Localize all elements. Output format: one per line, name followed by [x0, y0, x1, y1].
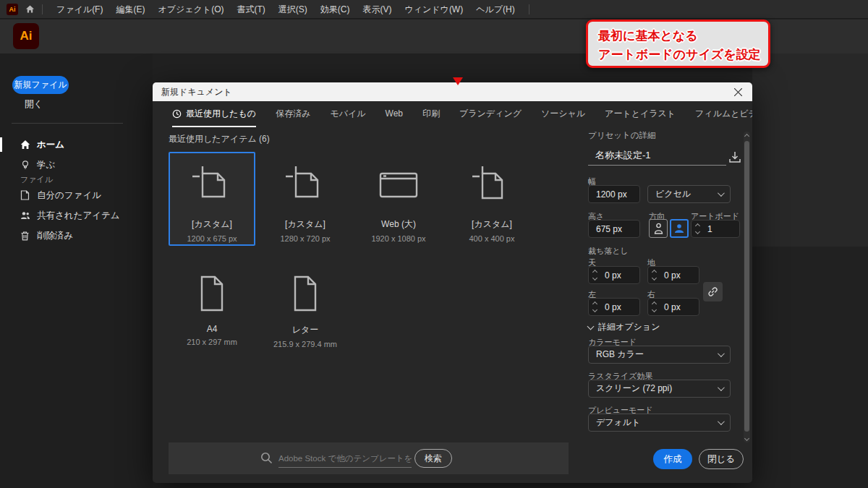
stepper-arrows[interactable]	[589, 267, 600, 283]
bleed-bottom-stepper[interactable]: 0 px	[647, 266, 699, 284]
home-icon[interactable]	[25, 4, 35, 14]
new-document-dialog: 新規ドキュメント 最近使用したもの 保存済み モバイル Web 印刷 ブランディ…	[153, 82, 752, 483]
stepper-arrows[interactable]	[692, 221, 703, 237]
panel-scrollbar[interactable]	[744, 132, 750, 442]
browser-window-icon	[377, 162, 420, 207]
color-mode-dropdown[interactable]: RGB カラー	[588, 346, 731, 364]
menu-view[interactable]: 表示(V)	[356, 0, 398, 19]
recent-card-custom-1280[interactable]: [カスタム] 1280 x 720 px	[262, 152, 349, 246]
sidebar-divider	[12, 123, 123, 124]
sidebar-item-home[interactable]: ホーム	[0, 136, 153, 153]
search-button[interactable]: 検索	[414, 449, 452, 468]
stepper-arrows[interactable]	[648, 299, 660, 315]
card-size: 215.9 x 279.4 mm	[273, 340, 337, 348]
menu-window[interactable]: ウィンドウ(W)	[398, 0, 469, 19]
artboard-count-stepper[interactable]: 1	[691, 220, 740, 238]
card-size: 868 x 488 px	[187, 234, 237, 243]
open-button[interactable]: 開く	[25, 98, 43, 111]
sidebar-item-deleted[interactable]: 削除済み	[0, 227, 153, 244]
preview-mode-dropdown[interactable]: デフォルト	[588, 414, 731, 432]
recent-card-web-large[interactable]: Web (大) 1920 x 1080 px	[355, 152, 442, 246]
sidebar-item-my-files[interactable]: 自分のファイル	[0, 187, 153, 204]
save-preset-icon[interactable]	[728, 150, 741, 163]
bleed-bottom-value: 0 px	[664, 270, 681, 281]
active-indicator	[0, 137, 2, 152]
bleed-top-stepper[interactable]: 0 px	[588, 266, 640, 284]
bleed-left-stepper[interactable]: 0 px	[588, 298, 640, 316]
sidebar-item-shared[interactable]: 共有されたアイテム	[0, 207, 153, 224]
raster-effects-value: スクリーン (72 ppi)	[596, 382, 672, 395]
menu-type[interactable]: 書式(T)	[230, 0, 271, 19]
tab-branding[interactable]: ブランディング	[459, 101, 522, 127]
height-input[interactable]: 675 px	[588, 220, 640, 238]
recent-card-letter[interactable]: レター 215.9 x 279.4 mm	[262, 265, 349, 344]
close-icon[interactable]	[728, 82, 748, 101]
tab-label: 保存済み	[276, 108, 310, 120]
menu-select[interactable]: 選択(S)	[272, 0, 314, 19]
new-file-button[interactable]: 新規ファイル	[12, 76, 69, 94]
recent-card-custom-1200[interactable]: [カスタム] 868 x 488 px	[169, 152, 255, 246]
create-button[interactable]: 作成	[653, 449, 692, 469]
document-page-icon	[291, 275, 320, 312]
tab-label: 最近使用したもの	[186, 108, 256, 120]
document-name-field[interactable]: 名称未設定-1	[595, 149, 651, 162]
unit-dropdown[interactable]: ピクセル	[647, 185, 731, 203]
card-size: 210 x 297 mm	[187, 338, 237, 346]
scrollbar-thumb[interactable]	[744, 141, 749, 432]
menu-effect[interactable]: 効果(C)	[314, 0, 357, 19]
tab-film[interactable]: フィルムとビデオ	[695, 101, 752, 127]
advanced-options-toggle[interactable]: 詳細オプション	[588, 321, 660, 333]
recent-card-custom-400[interactable]: [カスタム] 400 x 400 px	[448, 152, 535, 246]
tab-label: アートとイラスト	[605, 108, 676, 120]
scroll-down-icon[interactable]	[744, 436, 749, 441]
recent-card-a4[interactable]: A4 210 x 297 mm	[169, 265, 255, 344]
tab-art[interactable]: アートとイラスト	[605, 101, 676, 127]
orientation-landscape-button[interactable]	[670, 219, 689, 238]
home-background-panel	[752, 53, 868, 247]
menu-file[interactable]: ファイル(F)	[50, 0, 109, 19]
callout-arrow-icon	[453, 77, 463, 85]
stepper-arrows[interactable]	[648, 267, 660, 283]
callout-line-1: 最初に基本となる	[598, 27, 758, 46]
card-size: 1280 x 720 px	[280, 234, 330, 243]
chevron-down-icon	[718, 418, 725, 425]
stepper-arrows[interactable]	[589, 299, 600, 315]
tab-web[interactable]: Web	[386, 101, 403, 127]
chevron-down-icon	[718, 350, 725, 357]
preset-details-heading: プリセットの詳細	[588, 130, 656, 141]
clock-icon	[172, 109, 182, 119]
scroll-up-icon[interactable]	[744, 134, 749, 139]
sidebar-item-label: 共有されたアイテム	[37, 210, 120, 222]
sidebar-section-files: ファイル	[20, 174, 53, 185]
home-icon	[20, 140, 30, 150]
tab-saved[interactable]: 保存済み	[276, 101, 310, 127]
orientation-portrait-button[interactable]	[649, 219, 668, 238]
tab-mobile[interactable]: モバイル	[330, 101, 365, 127]
unit-value: ピクセル	[655, 188, 691, 200]
advanced-options-label: 詳細オプション	[598, 321, 660, 333]
tab-social[interactable]: ソーシャル	[541, 101, 585, 127]
illustrator-logo: Ai	[13, 23, 39, 49]
document-icon	[20, 190, 30, 200]
menu-help[interactable]: ヘルプ(H)	[469, 0, 522, 19]
menu-bar: Ai ファイル(F) 編集(E) オブジェクト(O) 書式(T) 選択(S) 効…	[0, 0, 868, 19]
bleed-right-stepper[interactable]: 0 px	[647, 298, 699, 316]
card-name: Web (大)	[381, 218, 416, 231]
raster-effects-dropdown[interactable]: スクリーン (72 ppi)	[588, 380, 731, 398]
template-search-input[interactable]	[278, 449, 412, 468]
tab-label: ブランディング	[459, 108, 522, 120]
link-bleed-values-button[interactable]	[703, 282, 723, 301]
width-input[interactable]: 1200 px	[588, 185, 640, 203]
sidebar-item-label: 削除済み	[37, 230, 73, 242]
sidebar-item-label: 自分のファイル	[37, 189, 101, 202]
tab-label: フィルムとビデオ	[695, 108, 752, 120]
menu-object[interactable]: オブジェクト(O)	[151, 0, 230, 19]
chevron-down-icon	[587, 322, 595, 330]
sidebar-item-learn[interactable]: 学ぶ	[0, 156, 153, 174]
tab-print[interactable]: 印刷	[422, 101, 440, 127]
color-mode-value: RGB カラー	[596, 348, 644, 361]
menu-edit[interactable]: 編集(E)	[109, 0, 151, 19]
close-dialog-button[interactable]: 閉じる	[699, 449, 744, 469]
tab-recent[interactable]: 最近使用したもの	[172, 101, 256, 127]
card-name: [カスタム]	[285, 218, 326, 231]
